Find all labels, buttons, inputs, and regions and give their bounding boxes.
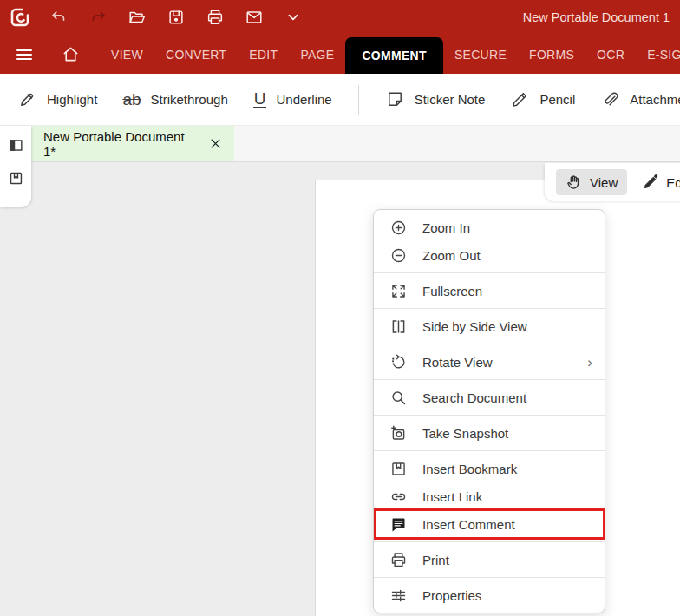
- search-icon: [389, 389, 408, 407]
- zoom-out-icon: [389, 246, 408, 265]
- tool-label: Attachment: [630, 92, 680, 107]
- menu-item-label: Insert Bookmark: [422, 462, 517, 476]
- menu-item-label: Side by Side View: [422, 319, 527, 334]
- menu-item-insert-comment[interactable]: Insert Comment: [374, 510, 605, 538]
- menu-item-zoom-out[interactable]: Zoom Out: [374, 241, 605, 269]
- ribbon-tab-ocr[interactable]: OCR: [585, 35, 636, 74]
- snapshot-camera-icon: [389, 424, 408, 442]
- side-by-side-icon: [389, 318, 408, 336]
- comment-toolbar: Highlight ab Strikethrough U Underline S…: [0, 74, 680, 126]
- ribbon-bar: VIEW CONVERT EDIT PAGE COMMENT SECURE FO…: [0, 35, 680, 74]
- fullscreen-icon: [389, 282, 408, 300]
- document-tab[interactable]: New Portable Document 1*: [31, 126, 234, 161]
- edit-pencil-icon: [642, 174, 659, 191]
- pencil-tool[interactable]: Pencil: [510, 89, 575, 109]
- document-tab-label: New Portable Document 1*: [43, 129, 196, 159]
- print-icon: [389, 551, 408, 569]
- open-file-icon[interactable]: [126, 6, 148, 29]
- window-title: New Portable Document 1: [523, 10, 671, 24]
- close-tab-icon[interactable]: [209, 137, 222, 150]
- menu-item-label: Fullscreen: [422, 284, 482, 298]
- ribbon-tab-edit[interactable]: EDIT: [238, 35, 289, 74]
- menu-item-insert-bookmark[interactable]: Insert Bookmark: [374, 455, 605, 482]
- ribbon-tab-comment[interactable]: COMMENT: [345, 37, 442, 74]
- bookmarks-panel-icon[interactable]: [8, 170, 24, 187]
- menu-item-zoom-in[interactable]: Zoom In: [374, 213, 605, 241]
- menu-item-side-by-side[interactable]: Side by Side View: [374, 312, 605, 340]
- menu-item-rotate-view[interactable]: Rotate View ›: [374, 348, 605, 376]
- highlight-tool[interactable]: Highlight: [17, 89, 97, 109]
- underline-tool[interactable]: U Underline: [253, 90, 332, 109]
- edit-mode-button[interactable]: Edit: [642, 174, 680, 191]
- document-tab-bar: New Portable Document 1*: [0, 126, 680, 162]
- insert-bookmark-icon: [389, 460, 408, 478]
- submenu-arrow-icon: ›: [587, 355, 592, 370]
- workspace: View Edit Zoom In Zoom Out: [0, 163, 680, 616]
- tool-label: Sticker Note: [415, 92, 486, 107]
- menu-item-label: Take Snapshot: [422, 426, 508, 441]
- menu-item-take-snapshot[interactable]: Take Snapshot: [374, 419, 605, 447]
- view-mode-label: View: [590, 175, 618, 190]
- properties-sliders-icon: [389, 587, 408, 605]
- menu-item-properties[interactable]: Properties: [374, 581, 605, 609]
- underline-icon: U: [253, 90, 267, 109]
- ribbon-tab-secure[interactable]: SECURE: [443, 35, 518, 74]
- chevron-down-icon[interactable]: [282, 6, 304, 29]
- ribbon-tab-forms[interactable]: FORMS: [518, 35, 585, 74]
- menu-item-label: Zoom In: [422, 220, 470, 235]
- tool-label: Strikethrough: [151, 92, 228, 107]
- menu-item-label: Insert Link: [422, 489, 482, 504]
- edit-mode-label: Edit: [666, 175, 680, 190]
- menu-item-insert-link[interactable]: Insert Link: [374, 482, 605, 510]
- ribbon-tab-view[interactable]: VIEW: [100, 35, 154, 74]
- undo-icon[interactable]: [48, 6, 70, 29]
- menu-item-label: Insert Comment: [422, 517, 515, 532]
- hamburger-menu-icon[interactable]: [9, 35, 40, 74]
- attachment-tool[interactable]: Attachment: [600, 89, 680, 109]
- tool-label: Pencil: [539, 92, 575, 107]
- context-menu: Zoom In Zoom Out Fullscreen: [373, 209, 605, 613]
- menu-item-print[interactable]: Print: [374, 546, 605, 573]
- menu-item-label: Search Document: [422, 390, 526, 405]
- highlighter-icon: [17, 89, 37, 109]
- pencil-icon: [510, 89, 530, 109]
- menu-item-label: Properties: [422, 588, 481, 603]
- view-mode-button[interactable]: View: [556, 169, 627, 195]
- menu-item-label: Zoom Out: [422, 248, 481, 263]
- ribbon-tab-esign[interactable]: E-SIGN: [636, 35, 680, 74]
- menu-item-label: Print: [422, 553, 449, 567]
- sticker-note-icon: [385, 89, 405, 109]
- zoom-in-icon: [389, 219, 408, 237]
- hand-icon: [566, 174, 583, 191]
- tool-label: Highlight: [47, 92, 97, 107]
- sticker-note-tool[interactable]: Sticker Note: [385, 89, 486, 109]
- strikethrough-icon: ab: [122, 91, 141, 108]
- rotate-view-icon: [389, 353, 408, 371]
- left-panel-rail: [0, 126, 31, 207]
- panels-toggle-icon[interactable]: [8, 137, 24, 154]
- email-icon[interactable]: [243, 6, 265, 29]
- menu-item-fullscreen[interactable]: Fullscreen: [374, 277, 605, 305]
- insert-link-icon: [389, 488, 408, 506]
- view-edit-toggle: View Edit: [545, 163, 680, 201]
- strikethrough-tool[interactable]: ab Strikethrough: [122, 91, 227, 108]
- title-bar: New Portable Document 1: [0, 0, 680, 35]
- print-icon[interactable]: [204, 6, 226, 29]
- redo-icon[interactable]: [87, 6, 109, 29]
- toolbar-divider: [358, 85, 359, 115]
- attachment-icon: [600, 89, 620, 109]
- menu-item-search-document[interactable]: Search Document: [374, 383, 605, 411]
- save-icon[interactable]: [165, 6, 187, 29]
- tool-label: Underline: [276, 92, 331, 107]
- insert-comment-icon: [389, 515, 408, 534]
- ribbon-tab-convert[interactable]: CONVERT: [154, 35, 238, 74]
- menu-item-label: Rotate View: [422, 355, 493, 370]
- app-logo-icon: [9, 6, 31, 29]
- ribbon-tab-page[interactable]: PAGE: [289, 35, 345, 74]
- home-icon[interactable]: [47, 35, 95, 74]
